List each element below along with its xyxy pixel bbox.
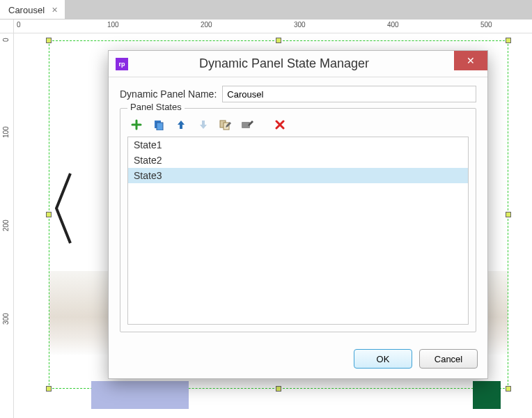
edit-state-icon[interactable] xyxy=(242,118,254,131)
dialog-title: Dynamic Panel State Manager xyxy=(134,56,448,71)
state-row[interactable]: State2 xyxy=(128,153,468,168)
close-button[interactable]: ✕ xyxy=(454,51,487,70)
move-down-icon[interactable] xyxy=(197,118,210,131)
ruler-h-tick: 400 xyxy=(387,21,399,29)
ruler-h-tick: 300 xyxy=(294,21,306,29)
ruler-v-tick: 300 xyxy=(2,313,10,325)
delete-icon[interactable] xyxy=(274,118,286,131)
resize-handle[interactable] xyxy=(506,212,511,217)
close-icon[interactable]: ✕ xyxy=(50,6,59,15)
resize-handle[interactable] xyxy=(46,386,52,392)
dialog-footer: OK Cancel xyxy=(109,345,487,378)
panel-states-legend: Panel States xyxy=(127,102,185,112)
ruler-v-tick: 200 xyxy=(2,219,10,231)
edit-all-icon[interactable] xyxy=(219,118,232,131)
states-list[interactable]: State1 State2 State3 xyxy=(127,137,469,325)
ruler-corner xyxy=(0,20,14,33)
state-row[interactable]: State3 xyxy=(128,168,468,183)
resize-handle[interactable] xyxy=(276,386,281,392)
state-row[interactable]: State1 xyxy=(128,137,468,153)
ruler-h-tick: 0 xyxy=(17,21,21,29)
resize-handle[interactable] xyxy=(506,38,511,43)
app-icon: rp xyxy=(116,58,128,70)
ruler-h-tick: 500 xyxy=(480,21,492,29)
ruler-vertical: 0 100 200 300 xyxy=(0,33,14,418)
document-tab[interactable]: Carousel ✕ xyxy=(0,1,65,19)
thumbnail xyxy=(91,381,189,409)
add-icon[interactable] xyxy=(130,118,143,131)
resize-handle[interactable] xyxy=(506,386,511,392)
document-tab-label: Carousel xyxy=(8,5,45,15)
thumbnail xyxy=(473,381,501,409)
panel-name-label: Dynamic Panel Name: xyxy=(120,88,217,100)
svg-rect-1 xyxy=(157,123,163,130)
document-tab-bar: Carousel ✕ xyxy=(0,0,532,20)
states-toolbar xyxy=(127,114,469,137)
duplicate-icon[interactable] xyxy=(152,118,165,131)
move-up-icon[interactable] xyxy=(175,118,187,131)
resize-handle[interactable] xyxy=(46,38,52,43)
tab-strip-background xyxy=(65,0,532,19)
ruler-v-tick: 0 xyxy=(2,38,10,42)
ruler-v-tick: 100 xyxy=(2,126,10,138)
dialog-titlebar[interactable]: rp Dynamic Panel State Manager ✕ xyxy=(109,51,487,77)
panel-states-fieldset: Panel States xyxy=(120,108,476,332)
resize-handle[interactable] xyxy=(276,38,281,43)
ruler-horizontal: 0 100 200 300 400 500 xyxy=(14,20,532,33)
panel-name-row: Dynamic Panel Name: xyxy=(120,86,476,102)
chevron-left-icon xyxy=(49,167,77,250)
cancel-button[interactable]: Cancel xyxy=(419,349,478,369)
panel-name-input[interactable] xyxy=(222,86,476,102)
ok-button[interactable]: OK xyxy=(354,349,412,369)
dialog-body: Dynamic Panel Name: Panel States xyxy=(109,77,487,345)
ruler-h-tick: 100 xyxy=(107,21,119,29)
state-manager-dialog: rp Dynamic Panel State Manager ✕ Dynamic… xyxy=(108,50,488,379)
ruler-h-tick: 200 xyxy=(201,21,212,29)
close-icon: ✕ xyxy=(467,55,475,66)
